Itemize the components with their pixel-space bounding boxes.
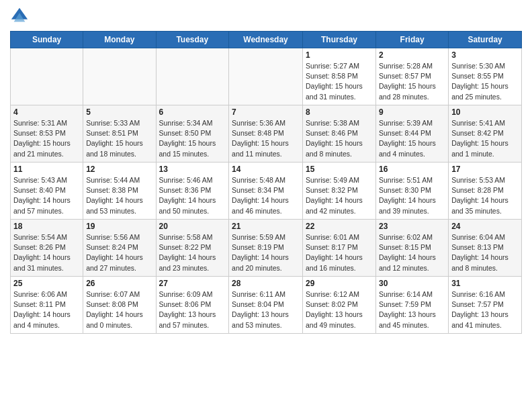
calendar-cell: 7Sunrise: 5:36 AM Sunset: 8:48 PM Daylig… (229, 105, 303, 163)
calendar-cell: 10Sunrise: 5:41 AM Sunset: 8:42 PM Dayli… (449, 105, 522, 163)
day-info: Sunrise: 5:39 AM Sunset: 8:44 PM Dayligh… (379, 118, 445, 159)
day-number: 18 (13, 222, 80, 231)
day-info: Sunrise: 5:58 AM Sunset: 8:22 PM Dayligh… (159, 232, 226, 273)
day-header: Thursday (303, 32, 376, 48)
day-info: Sunrise: 6:11 AM Sunset: 8:04 PM Dayligh… (232, 289, 300, 330)
day-number: 16 (379, 165, 445, 174)
calendar-cell: 25Sunrise: 6:06 AM Sunset: 8:11 PM Dayli… (11, 277, 83, 334)
day-info: Sunrise: 5:33 AM Sunset: 8:51 PM Dayligh… (86, 118, 152, 159)
calendar-cell (83, 48, 156, 105)
day-info: Sunrise: 6:01 AM Sunset: 8:17 PM Dayligh… (306, 232, 373, 273)
day-number: 2 (379, 50, 445, 60)
calendar-week-row: 4Sunrise: 5:31 AM Sunset: 8:53 PM Daylig… (11, 105, 522, 163)
day-number: 8 (306, 107, 373, 117)
day-number: 21 (232, 222, 300, 231)
day-number: 30 (379, 279, 445, 288)
day-number: 23 (379, 222, 445, 231)
logo-icon (10, 7, 29, 26)
calendar-cell: 15Sunrise: 5:49 AM Sunset: 8:32 PM Dayli… (303, 163, 376, 220)
day-info: Sunrise: 5:41 AM Sunset: 8:42 PM Dayligh… (451, 118, 519, 159)
day-info: Sunrise: 5:27 AM Sunset: 8:58 PM Dayligh… (306, 61, 373, 102)
day-number: 15 (306, 165, 373, 174)
day-info: Sunrise: 5:30 AM Sunset: 8:55 PM Dayligh… (451, 61, 519, 102)
day-header: Monday (83, 32, 156, 48)
day-info: Sunrise: 6:04 AM Sunset: 8:13 PM Dayligh… (451, 232, 519, 273)
calendar-header-row: SundayMondayTuesdayWednesdayThursdayFrid… (11, 32, 522, 48)
calendar-cell: 29Sunrise: 6:12 AM Sunset: 8:02 PM Dayli… (303, 277, 376, 334)
day-info: Sunrise: 6:07 AM Sunset: 8:08 PM Dayligh… (86, 289, 152, 330)
day-info: Sunrise: 5:34 AM Sunset: 8:50 PM Dayligh… (159, 118, 226, 159)
calendar-week-row: 25Sunrise: 6:06 AM Sunset: 8:11 PM Dayli… (11, 277, 522, 334)
day-info: Sunrise: 5:44 AM Sunset: 8:38 PM Dayligh… (86, 175, 152, 216)
calendar-cell: 5Sunrise: 5:33 AM Sunset: 8:51 PM Daylig… (83, 105, 156, 163)
day-info: Sunrise: 5:28 AM Sunset: 8:57 PM Dayligh… (379, 61, 445, 102)
day-number: 24 (451, 222, 519, 231)
day-number: 14 (232, 165, 300, 174)
calendar-cell: 9Sunrise: 5:39 AM Sunset: 8:44 PM Daylig… (376, 105, 449, 163)
calendar-cell (11, 48, 83, 105)
day-header: Tuesday (156, 32, 229, 48)
day-number: 7 (232, 107, 300, 117)
day-number: 22 (306, 222, 373, 231)
calendar-cell: 20Sunrise: 5:58 AM Sunset: 8:22 PM Dayli… (156, 220, 229, 277)
calendar-cell: 17Sunrise: 5:53 AM Sunset: 8:28 PM Dayli… (449, 163, 522, 220)
day-number: 6 (159, 107, 226, 117)
day-number: 11 (13, 165, 80, 174)
calendar-cell: 2Sunrise: 5:28 AM Sunset: 8:57 PM Daylig… (376, 48, 449, 105)
calendar-cell: 28Sunrise: 6:11 AM Sunset: 8:04 PM Dayli… (229, 277, 303, 334)
day-number: 4 (13, 107, 80, 117)
day-number: 20 (159, 222, 226, 231)
day-number: 31 (451, 279, 519, 288)
day-number: 12 (86, 165, 152, 174)
day-number: 19 (86, 222, 152, 231)
calendar-cell: 4Sunrise: 5:31 AM Sunset: 8:53 PM Daylig… (11, 105, 83, 163)
day-header: Sunday (11, 32, 83, 48)
day-info: Sunrise: 5:51 AM Sunset: 8:30 PM Dayligh… (379, 175, 445, 216)
day-info: Sunrise: 6:16 AM Sunset: 7:57 PM Dayligh… (451, 289, 519, 330)
day-number: 28 (232, 279, 300, 288)
calendar-cell (156, 48, 229, 105)
calendar-cell: 14Sunrise: 5:48 AM Sunset: 8:34 PM Dayli… (229, 163, 303, 220)
calendar-body: 1Sunrise: 5:27 AM Sunset: 8:58 PM Daylig… (11, 48, 522, 334)
day-number: 17 (451, 165, 519, 174)
calendar-cell: 13Sunrise: 5:46 AM Sunset: 8:36 PM Dayli… (156, 163, 229, 220)
day-header: Saturday (449, 32, 522, 48)
day-info: Sunrise: 5:36 AM Sunset: 8:48 PM Dayligh… (232, 118, 300, 159)
day-info: Sunrise: 5:49 AM Sunset: 8:32 PM Dayligh… (306, 175, 373, 216)
day-info: Sunrise: 5:38 AM Sunset: 8:46 PM Dayligh… (306, 118, 373, 159)
logo (10, 7, 32, 26)
calendar-cell: 8Sunrise: 5:38 AM Sunset: 8:46 PM Daylig… (303, 105, 376, 163)
calendar-week-row: 11Sunrise: 5:43 AM Sunset: 8:40 PM Dayli… (11, 163, 522, 220)
calendar-week-row: 18Sunrise: 5:54 AM Sunset: 8:26 PM Dayli… (11, 220, 522, 277)
day-info: Sunrise: 5:59 AM Sunset: 8:19 PM Dayligh… (232, 232, 300, 273)
calendar-cell: 26Sunrise: 6:07 AM Sunset: 8:08 PM Dayli… (83, 277, 156, 334)
calendar-cell: 31Sunrise: 6:16 AM Sunset: 7:57 PM Dayli… (449, 277, 522, 334)
day-info: Sunrise: 5:54 AM Sunset: 8:26 PM Dayligh… (13, 232, 80, 273)
calendar-cell: 24Sunrise: 6:04 AM Sunset: 8:13 PM Dayli… (449, 220, 522, 277)
day-number: 3 (451, 50, 519, 60)
day-info: Sunrise: 6:12 AM Sunset: 8:02 PM Dayligh… (306, 289, 373, 330)
day-info: Sunrise: 5:46 AM Sunset: 8:36 PM Dayligh… (159, 175, 226, 216)
calendar-cell: 6Sunrise: 5:34 AM Sunset: 8:50 PM Daylig… (156, 105, 229, 163)
calendar-table: SundayMondayTuesdayWednesdayThursdayFrid… (10, 31, 522, 334)
day-number: 5 (86, 107, 152, 117)
page-header (10, 7, 522, 26)
calendar-cell: 1Sunrise: 5:27 AM Sunset: 8:58 PM Daylig… (303, 48, 376, 105)
calendar-cell: 12Sunrise: 5:44 AM Sunset: 8:38 PM Dayli… (83, 163, 156, 220)
day-number: 1 (306, 50, 373, 60)
calendar-cell: 23Sunrise: 6:02 AM Sunset: 8:15 PM Dayli… (376, 220, 449, 277)
day-info: Sunrise: 5:53 AM Sunset: 8:28 PM Dayligh… (451, 175, 519, 216)
calendar-cell: 21Sunrise: 5:59 AM Sunset: 8:19 PM Dayli… (229, 220, 303, 277)
day-number: 29 (306, 279, 373, 288)
calendar-cell: 16Sunrise: 5:51 AM Sunset: 8:30 PM Dayli… (376, 163, 449, 220)
day-number: 25 (13, 279, 80, 288)
day-info: Sunrise: 5:43 AM Sunset: 8:40 PM Dayligh… (13, 175, 80, 216)
calendar-cell: 30Sunrise: 6:14 AM Sunset: 7:59 PM Dayli… (376, 277, 449, 334)
day-header: Friday (376, 32, 449, 48)
day-number: 26 (86, 279, 152, 288)
day-number: 9 (379, 107, 445, 117)
day-info: Sunrise: 5:48 AM Sunset: 8:34 PM Dayligh… (232, 175, 300, 216)
day-info: Sunrise: 6:02 AM Sunset: 8:15 PM Dayligh… (379, 232, 445, 273)
calendar-cell: 18Sunrise: 5:54 AM Sunset: 8:26 PM Dayli… (11, 220, 83, 277)
day-number: 13 (159, 165, 226, 174)
